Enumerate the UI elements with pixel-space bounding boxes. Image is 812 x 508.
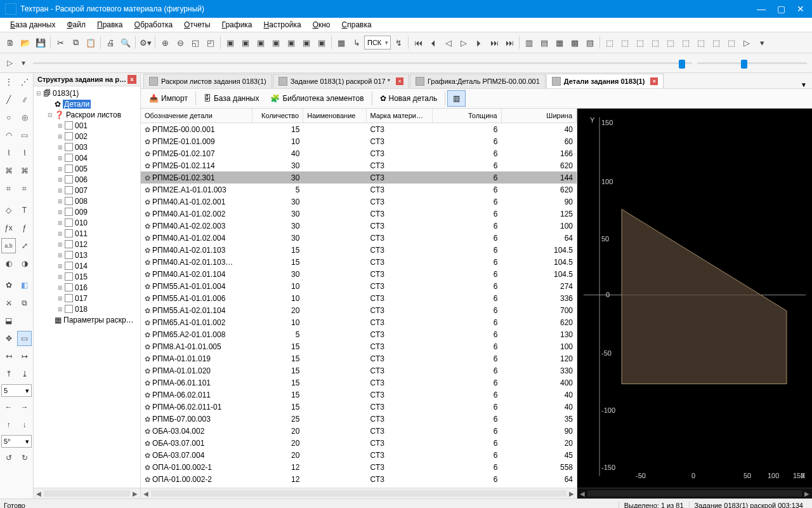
- table-row[interactable]: ✿РПМ55.А1-02.01.10420СТ36700: [141, 304, 577, 316]
- shape6-icon[interactable]: ⌗: [17, 181, 32, 196]
- tree-sheet-002[interactable]: ⊞ 002: [36, 131, 140, 142]
- text-icon[interactable]: T: [17, 203, 32, 218]
- tree-close-icon[interactable]: ×: [128, 75, 136, 84]
- table-row[interactable]: ✿РПМА-01.01.02015СТ36330: [141, 364, 577, 377]
- table-row[interactable]: ✿РПМБ-07.00.00325СТ3635: [141, 413, 577, 425]
- fx-icon[interactable]: ƒx: [1, 220, 16, 236]
- tree-sheet-012[interactable]: ⊞ 012: [36, 239, 140, 250]
- table-row[interactable]: ✿РПМА-06.01.10115СТ36400: [141, 377, 577, 389]
- shape5-icon[interactable]: ⌗: [1, 181, 16, 196]
- cube1-icon[interactable]: ▣: [223, 35, 238, 50]
- step-combo[interactable]: 5▾: [1, 384, 32, 397]
- caliper-icon[interactable]: ⤢: [17, 238, 32, 253]
- minimize-button[interactable]: —: [757, 4, 766, 14]
- back-icon[interactable]: ◁: [441, 35, 456, 50]
- tabs-overflow-icon[interactable]: ▼: [798, 81, 809, 88]
- coord-combo[interactable]: ПСК: [364, 36, 391, 50]
- menu-база данных[interactable]: База данных: [5, 20, 60, 30]
- table-row[interactable]: ✿РПМ65.А1-01.01.00210СТ36620: [141, 316, 577, 328]
- shape4-icon[interactable]: ⌘: [17, 163, 32, 178]
- paste-icon[interactable]: 📋: [83, 35, 98, 50]
- table-row[interactable]: ✿ОПА-01.00.002-212СТ3664: [141, 473, 577, 485]
- close-button[interactable]: ✕: [797, 4, 804, 14]
- new-icon[interactable]: 🗎: [3, 35, 18, 50]
- table-row[interactable]: ✿РПМ55.А1-01.01.00410СТ36274: [141, 280, 577, 292]
- tool9-icon[interactable]: ⬚: [724, 35, 739, 50]
- tab[interactable]: Раскрои листов задания 0183(1): [143, 74, 272, 88]
- zoom-in-icon[interactable]: ⊕: [157, 35, 173, 50]
- table-row[interactable]: ✿РПМ2Б-00.00.00115СТ3640: [141, 123, 577, 135]
- link-icon[interactable]: ⤩: [1, 295, 16, 311]
- table-row[interactable]: ✿РПМ40.А1-02.01.103…15СТ36104.5: [141, 256, 577, 268]
- table-row[interactable]: ✿РПМ40.А1-01.02.00430СТ3664: [141, 232, 577, 244]
- tree-sheet-008[interactable]: ⊞ 008: [36, 196, 140, 206]
- database-button[interactable]: 🗄 База данных: [198, 90, 265, 107]
- tree-sheet-018[interactable]: ⊞ 018: [36, 304, 140, 314]
- table-row[interactable]: ✿РПМА-06.02.01115СТ3640: [141, 389, 577, 401]
- tree-hscroll[interactable]: ◀▶: [34, 488, 140, 498]
- tree-sheets[interactable]: ⊟❓ Раскрои листов: [36, 109, 140, 120]
- cube6-icon[interactable]: ▣: [299, 35, 314, 50]
- menu-отчеты[interactable]: Отчеты: [179, 20, 216, 30]
- table-row[interactable]: ✿РПМ40.А1-02.01.10430СТ36104.5: [141, 268, 577, 280]
- cube4-icon[interactable]: ▣: [268, 35, 284, 50]
- tool5-icon[interactable]: ⬚: [663, 35, 678, 50]
- tree-sheet-004[interactable]: ⊞ 004: [36, 152, 140, 163]
- col-header[interactable]: Толщина: [433, 109, 502, 123]
- dir-l-icon[interactable]: ←: [1, 399, 16, 415]
- tree-params[interactable]: ▦ Параметры раскр…: [36, 314, 140, 325]
- tree-sheet-017[interactable]: ⊞ 017: [36, 293, 140, 304]
- table-row[interactable]: ✿РПМА-01.01.01915СТ36120: [141, 352, 577, 364]
- half-icon[interactable]: ◐: [1, 256, 16, 271]
- table-row[interactable]: ✿ОБА-03.07.00420СТ3645: [141, 449, 577, 461]
- table-row[interactable]: ✿РПМА-06.02.011-0115СТ3640: [141, 401, 577, 413]
- dir-u-icon[interactable]: ↑: [1, 417, 16, 432]
- zoom-window-icon[interactable]: ◰: [203, 35, 218, 50]
- table-row[interactable]: ✿РПМ65.А2-01.01.0085СТ36130: [141, 328, 577, 340]
- nest2-icon[interactable]: ▤: [537, 35, 552, 50]
- first-icon[interactable]: ⏮: [410, 35, 426, 50]
- col-header[interactable]: Ширина: [502, 109, 577, 123]
- copy-icon[interactable]: ⧉: [68, 35, 83, 50]
- library-button[interactable]: 🧩 Библиотека элементов: [265, 90, 369, 107]
- table-row[interactable]: ✿РПМ55.А1-01.01.00610СТ36336: [141, 292, 577, 304]
- table-row[interactable]: ✿РПМ8.А1-01.01.00515СТ36100: [141, 340, 577, 352]
- tool8-icon[interactable]: ⬚: [709, 35, 724, 50]
- menu-настройка[interactable]: Настройка: [259, 20, 306, 30]
- table-row[interactable]: ✿РПМ40.А1-02.01.10315СТ36104.5: [141, 244, 577, 256]
- tool11-icon[interactable]: ▾: [754, 35, 769, 50]
- tree-sheet-014[interactable]: ⊞ 014: [36, 260, 140, 271]
- tree-sheet-006[interactable]: ⊞ 006: [36, 174, 140, 185]
- circle-icon[interactable]: ○: [1, 110, 16, 125]
- ab-icon[interactable]: a.b: [1, 238, 16, 253]
- arrow-t-icon[interactable]: ⤒: [1, 366, 16, 382]
- lines-icon[interactable]: ⫽: [17, 92, 32, 107]
- group-icon[interactable]: ⬓: [1, 313, 16, 328]
- playback-slider-1[interactable]: [33, 57, 692, 69]
- cube3-icon[interactable]: ▣: [253, 35, 268, 50]
- tree-root[interactable]: ⊟🗐 0183(1): [36, 88, 140, 98]
- arrow-l-icon[interactable]: ↤: [1, 349, 16, 364]
- tab[interactable]: Задание 0183(1) раскрой 017 *×: [273, 74, 409, 88]
- tool1-icon[interactable]: ⬚: [602, 35, 617, 50]
- tree-sheet-016[interactable]: ⊞ 016: [36, 282, 140, 293]
- tree-sheet-011[interactable]: ⊞ 011: [36, 228, 140, 239]
- col-header[interactable]: Количество: [252, 109, 303, 123]
- table-row[interactable]: ✿РПМ40.А1-02.02.00330СТ36100: [141, 220, 577, 232]
- tree-sheet-009[interactable]: ⊞ 009: [36, 206, 140, 217]
- zoom-fit-icon[interactable]: ◱: [188, 35, 203, 50]
- zoom-out-icon[interactable]: ⊖: [173, 35, 188, 50]
- next-icon[interactable]: ⏵: [471, 35, 487, 50]
- col-header[interactable]: Наименование: [303, 109, 366, 123]
- last-icon[interactable]: ⏭: [487, 35, 502, 50]
- menu-правка[interactable]: Правка: [92, 20, 128, 30]
- circle2-icon[interactable]: ◎: [17, 110, 32, 125]
- table-row[interactable]: ✿РПМ2Б-01.02.30130СТ36144: [141, 171, 577, 184]
- tree-details[interactable]: ✿ Детали: [36, 98, 140, 109]
- rect-icon[interactable]: ▭: [17, 128, 32, 143]
- tree-sheet-010[interactable]: ⊞ 010: [36, 217, 140, 228]
- rot-l-icon[interactable]: ↺: [1, 450, 16, 465]
- tool4-icon[interactable]: ⬚: [648, 35, 663, 50]
- menu-окно[interactable]: Окно: [308, 20, 336, 30]
- grid-icon[interactable]: ▦: [334, 35, 349, 50]
